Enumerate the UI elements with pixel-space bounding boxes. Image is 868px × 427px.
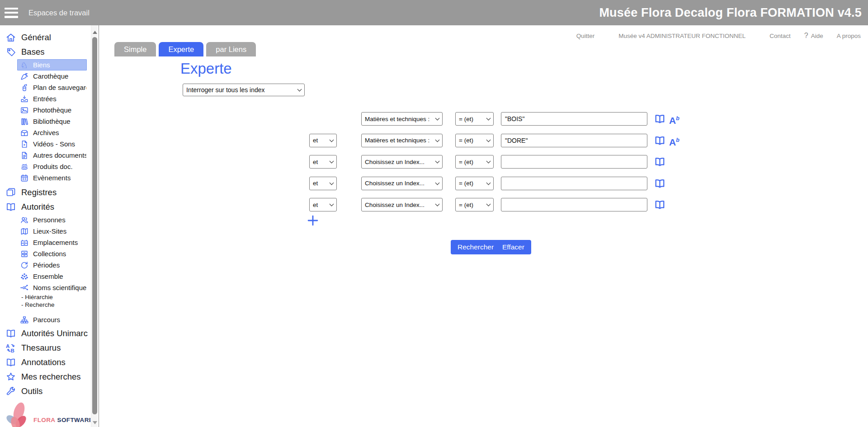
sidebar: GénéralBasesBiensCarothèquePlan de sauve…	[0, 25, 99, 427]
sidebar-item-hiérarchie[interactable]: - Hiérarchie	[0, 293, 99, 301]
sidebar-item-label: Bibliothèque	[33, 117, 71, 125]
sidebar-item-label: Bases	[21, 47, 44, 57]
sidebar-item-personnes[interactable]: Personnes	[17, 214, 87, 225]
sidebar-item-autres-documents[interactable]: Autres documents	[17, 150, 87, 161]
boolean-operator-select[interactable]: et	[309, 177, 337, 190]
flora-flower-icon	[2, 401, 34, 427]
sidebar-item-ensemble[interactable]: Ensemble	[17, 271, 87, 282]
comparator-select[interactable]: = (et)	[455, 155, 494, 169]
comparator-select[interactable]: = (et)	[455, 198, 494, 211]
search-button[interactable]: Rechercher	[451, 240, 500, 254]
index-select[interactable]: Choisissez un Index...	[361, 198, 443, 211]
app-root: Espaces de travail Musée Flora Decalog F…	[0, 0, 868, 427]
comparator-select-wrap: = (et)	[455, 112, 494, 126]
extinguisher-icon	[20, 83, 29, 92]
sidebar-item-label: - Hiérarchie	[21, 294, 53, 300]
expand-term-sup: b	[676, 115, 679, 122]
scroll-up-icon[interactable]	[93, 31, 97, 34]
sidebar-item-evènements[interactable]: Evènements	[17, 172, 87, 183]
home-icon	[5, 32, 16, 43]
sidebar-item-label: Outils	[21, 386, 42, 396]
sidebar-item-label: - Recherche	[21, 301, 55, 308]
index-select[interactable]: Matières et techniques :	[361, 112, 443, 126]
comparator-select[interactable]: = (et)	[455, 112, 494, 126]
sidebar-item-bases[interactable]: Bases	[0, 45, 99, 59]
scroll-down-icon[interactable]	[93, 421, 97, 424]
comparator-select-wrap: = (et)	[455, 198, 494, 211]
cluster-icon	[20, 272, 29, 281]
query-value-input[interactable]	[501, 198, 647, 211]
history-icon	[20, 261, 29, 270]
tree-icon	[20, 315, 29, 324]
index-browse-icon[interactable]	[654, 178, 666, 189]
sidebar-item-label: Lieux-Sites	[33, 227, 66, 235]
sidebar-item-label: Biens	[33, 61, 50, 69]
index-select-wrap: Choisissez un Index...	[361, 198, 443, 211]
expand-term-icon[interactable]: Ab	[669, 134, 679, 148]
sidebar-item-plan-de-sauvegarde[interactable]: Plan de sauvegarde	[17, 82, 87, 93]
sidebar-item-produits-doc[interactable]: Produits doc.	[17, 161, 87, 172]
sidebar-item-thesaurus[interactable]: Thesaurus	[0, 341, 99, 355]
comparator-select[interactable]: = (et)	[455, 177, 494, 190]
logo-flora: FLORA	[33, 417, 56, 423]
query-value-input[interactable]	[501, 155, 647, 169]
sidebar-item-emplacements[interactable]: Emplacements	[17, 237, 87, 248]
sidebar-nav: GénéralBasesBiensCarothèquePlan de sauve…	[0, 25, 99, 399]
sidebar-item-autorités-unimarc[interactable]: Autorités Unimarc	[0, 326, 99, 341]
sidebar-item-périodes[interactable]: Périodes	[17, 259, 87, 271]
query-row: etChoisissez un Index...= (et)	[0, 198, 868, 211]
boolean-operator-select[interactable]: et	[309, 134, 337, 147]
index-select[interactable]: Choisissez un Index...	[361, 155, 443, 169]
sidebar-item-biens[interactable]: Biens	[17, 59, 87, 70]
query-value-input[interactable]	[501, 177, 647, 190]
sidebar-item-label: Autres documents	[33, 151, 86, 159]
index-select[interactable]: Matières et techniques :	[361, 134, 443, 147]
sidebar-item-photothèque[interactable]: Photothèque	[17, 104, 87, 116]
sidebar-item-noms-scientifiques[interactable]: Noms scientifiques	[17, 282, 87, 293]
image-icon	[20, 106, 29, 115]
sidebar-item-label: Ensemble	[33, 272, 63, 280]
tab-experte[interactable]: Experte	[159, 42, 203, 56]
sidebar-item-archives[interactable]: Archives	[17, 127, 87, 138]
comparator-select[interactable]: = (et)	[455, 134, 494, 147]
index-browse-icon[interactable]	[654, 199, 666, 211]
index-browse-icon[interactable]	[654, 113, 666, 125]
cabinet-icon	[20, 238, 29, 247]
sidebar-scrollbar[interactable]	[91, 25, 98, 427]
open-book-icon	[5, 328, 16, 339]
index-scope-select[interactable]: Interroger sur tous les index	[183, 84, 305, 96]
tab-par-liens[interactable]: par Liens	[206, 42, 256, 56]
add-criterion-button[interactable]	[307, 214, 320, 228]
tab-simple[interactable]: Simple	[114, 42, 156, 56]
sidebar-item-général[interactable]: Général	[0, 30, 99, 45]
sidebar-item-vidéos-sons[interactable]: Vidéos - Sons	[17, 138, 87, 150]
sidebar-item-label: Vidéos - Sons	[33, 140, 75, 148]
sidebar-item-recherche[interactable]: - Recherche	[0, 301, 99, 309]
sidebar-item-label: Annotations	[21, 357, 66, 367]
expand-term-icon[interactable]: Ab	[669, 113, 679, 127]
query-value-input[interactable]	[501, 134, 647, 147]
sidebar-item-lieux-sites[interactable]: Lieux-Sites	[17, 225, 87, 237]
index-browse-icon[interactable]	[654, 135, 666, 146]
boolean-operator-select[interactable]: et	[309, 198, 337, 211]
sidebar-item-parcours[interactable]: Parcours	[17, 314, 87, 325]
sidebar-item-autorités[interactable]: Autorités	[0, 200, 99, 214]
boolean-operator-select-wrap: et	[309, 155, 337, 169]
boolean-operator-select[interactable]: et	[309, 155, 337, 169]
scrollbar-thumb[interactable]	[92, 37, 97, 414]
stack-icon	[20, 162, 29, 171]
sidebar-item-entrées[interactable]: Entrées	[17, 93, 87, 104]
sidebar-item-mes-recherches[interactable]: Mes recherches	[0, 370, 99, 384]
clear-button[interactable]: Effacer	[495, 240, 531, 254]
index-browse-icon[interactable]	[654, 156, 666, 168]
index-select[interactable]: Choisissez un Index...	[361, 177, 443, 190]
index-select-wrap: Choisissez un Index...	[361, 177, 443, 190]
sidebar-item-registres[interactable]: Registres	[0, 185, 99, 200]
file-video-icon	[20, 140, 29, 149]
sidebar-item-carothèque[interactable]: Carothèque	[17, 70, 87, 82]
sidebar-item-collections[interactable]: Collections	[17, 248, 87, 259]
sidebar-item-annotations[interactable]: Annotations	[0, 355, 99, 370]
sidebar-item-bibliothèque[interactable]: Bibliothèque	[17, 116, 87, 127]
query-value-input[interactable]	[501, 112, 647, 126]
thesaurus-icon	[5, 343, 16, 353]
